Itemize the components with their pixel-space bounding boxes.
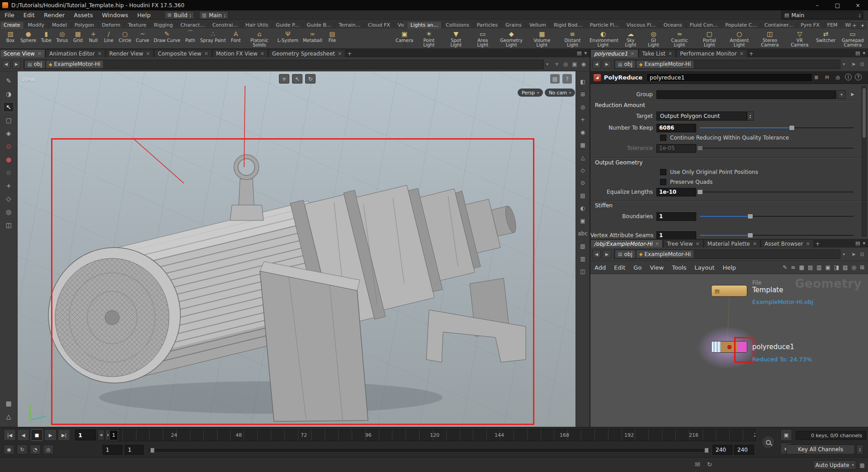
slider-handle[interactable]	[697, 189, 703, 195]
shelf-tab[interactable]: Particles	[473, 21, 501, 28]
node-help-icon[interactable]: ?	[855, 74, 862, 80]
folder-view-icon[interactable]: ▣	[825, 264, 830, 271]
close-tab-icon[interactable]: ×	[740, 51, 744, 56]
shelf-tab[interactable]: Rigid Bod...	[550, 21, 586, 28]
camera-lock-icon[interactable]: ▣	[572, 61, 577, 67]
menu-item[interactable]: Help	[133, 10, 156, 20]
breadcrumb-obj[interactable]: ▤obj	[615, 250, 635, 258]
anim-options-icon[interactable]: ◉	[4, 444, 14, 454]
breadcrumb-node[interactable]: ◆ExampleMotor-Hi	[46, 61, 103, 68]
pane-tab[interactable]: /obj/ExampleMotor-Hi×	[590, 239, 663, 248]
pane-tab[interactable]: Asset Browser×	[761, 239, 813, 248]
shelf-tab[interactable]: Guide P...	[272, 21, 302, 28]
shelf-tool-button[interactable]: ● Sphere	[18, 29, 38, 48]
group-input[interactable]	[656, 90, 836, 99]
pane-tab[interactable]: Composite View×	[154, 49, 212, 57]
slider-handle[interactable]	[747, 233, 753, 238]
target-dropdown[interactable]: Output Polygon Count	[656, 112, 747, 121]
columns-view-icon[interactable]: ▥	[578, 255, 587, 262]
global-end-field[interactable]: 240	[734, 445, 754, 455]
param-search-icon[interactable]: ◎	[834, 74, 842, 81]
brush-tool-icon[interactable]: ◑	[3, 89, 14, 99]
scene-viewport[interactable]: View +↖↻ ▤? Persp▾ No cam▾	[18, 71, 576, 427]
shelf-tab[interactable]: Particle Fl...	[586, 21, 623, 28]
pane-layout-icon[interactable]: ▤	[550, 74, 560, 84]
shelf-tab[interactable]: Wires	[841, 21, 851, 28]
network-menu-item[interactable]: View	[646, 264, 668, 271]
presets-icon[interactable]: ≣	[812, 74, 820, 81]
path-field[interactable]: ▤obj ◆ExampleMotor-Hi	[614, 60, 840, 69]
play-forward-icon[interactable]: ▶	[44, 429, 57, 441]
grid-view-icon[interactable]: ▦	[799, 264, 804, 271]
pivot-tool-icon[interactable]: ⊙	[3, 141, 14, 151]
playback-range-bar[interactable]	[149, 449, 710, 452]
shelf-tab[interactable]: FEM	[824, 21, 841, 28]
viewport-help-icon[interactable]: ?	[562, 74, 572, 84]
shelf-tool-button[interactable]: Ψ L-System	[275, 29, 301, 48]
network-menu-item[interactable]: Help	[718, 264, 740, 271]
gallery-view-icon[interactable]: ▤	[808, 264, 813, 271]
close-tab-icon[interactable]: ×	[260, 51, 264, 56]
frame-view-icon[interactable]: +	[578, 116, 587, 123]
pane-tab[interactable]: Material Palette×	[704, 239, 760, 248]
loop-mode-icon[interactable]: ↻	[17, 444, 28, 454]
select-handle-icon[interactable]: ↖	[292, 74, 302, 84]
range-end-handle[interactable]	[704, 448, 709, 453]
back-icon[interactable]: ◀	[592, 60, 601, 69]
tolerance-field[interactable]: 1e-05	[656, 144, 696, 153]
menu-item[interactable]: Render	[39, 10, 69, 20]
camera-view-icon[interactable]: ◉	[578, 128, 587, 136]
timeline-ruler[interactable]: 1 244872961201441681922162	[108, 429, 756, 441]
slider-handle[interactable]	[789, 125, 795, 131]
pane-dropdown-icon[interactable]: ▾	[584, 50, 587, 56]
shelf-tab[interactable]: Grains	[502, 21, 525, 28]
cplane-tool-icon[interactable]: △	[3, 411, 14, 421]
shelf-tab[interactable]: Polygon	[71, 21, 98, 28]
orbit-icon[interactable]: ◎	[563, 61, 568, 67]
character-tool-icon[interactable]: +	[3, 181, 14, 191]
breadcrumb-node[interactable]: ◆ExampleMotor-Hi	[637, 250, 693, 258]
close-tab-icon[interactable]: ×	[204, 51, 208, 56]
slider-handle[interactable]	[747, 214, 753, 219]
pin-icon[interactable]: ⊙	[860, 251, 864, 257]
target-spinner-icon[interactable]: ▴▾	[747, 112, 754, 121]
section-output-geometry[interactable]: Output Geometry	[595, 159, 642, 166]
vertex-seams-field[interactable]: 1	[656, 231, 696, 239]
pane-tab[interactable]: Geometry Spreadsheet×	[269, 49, 345, 57]
shelf-tab[interactable]: Cloud FX	[364, 21, 394, 28]
forward-icon[interactable]: ▶	[603, 250, 611, 258]
shelf-tab[interactable]: Terrain...	[335, 21, 364, 28]
slider-handle[interactable]	[697, 145, 703, 151]
path-dropdown-icon[interactable]: ▾	[840, 60, 848, 69]
panel-toggle-icon[interactable]: ▤	[578, 192, 587, 199]
shelf-tab[interactable]: Pyro FX	[797, 21, 823, 28]
shelf-tool-button[interactable]: ◎ Torus	[54, 29, 70, 48]
number-to-keep-slider[interactable]	[700, 124, 854, 131]
realtime-toggle-icon[interactable]: ◎	[43, 444, 54, 454]
shelf-tab[interactable]: Texture	[124, 21, 150, 28]
network-menu-item[interactable]: Layout	[690, 264, 718, 271]
snap-toggle-icon[interactable]: ⊙	[578, 179, 587, 187]
original-points-checkbox[interactable]	[660, 169, 666, 175]
close-tab-icon[interactable]: ×	[753, 241, 757, 247]
node-name-field[interactable]: polyreduce1	[646, 73, 812, 82]
shelf-tab[interactable]: Lights an...	[407, 21, 442, 28]
shelf-tool-button[interactable]: ▼ Spot Light	[443, 29, 469, 48]
shelf-tab[interactable]: Charact...	[177, 21, 208, 28]
cursor-icon[interactable]: ➤	[851, 61, 856, 67]
list-view-icon[interactable]: ≡	[791, 264, 795, 271]
link-icon[interactable]: ◉	[581, 61, 586, 67]
notes-icon[interactable]: ▧	[843, 264, 848, 271]
hand-tool-icon[interactable]: ◇	[3, 194, 14, 204]
shelf-tab[interactable]: Guide B...	[303, 21, 335, 28]
shelf-tab[interactable]: Fluid Con...	[686, 21, 722, 28]
wire-toggle-icon[interactable]: ▣	[578, 217, 587, 224]
network-menu-item[interactable]: Go	[629, 264, 646, 271]
file-node[interactable]: ▤	[711, 285, 747, 297]
path-field[interactable]: ▤obj ◆ExampleMotor-Hi	[24, 60, 544, 69]
back-icon[interactable]: ◀	[2, 60, 10, 69]
shelf-tool-button[interactable]: ◫ Stereo Camera	[755, 29, 785, 48]
number-to-keep-field[interactable]: 6086	[656, 124, 696, 132]
shelf-tool-button[interactable]: ▮ Tube	[38, 29, 54, 48]
pane-menu-icon[interactable]: ▤	[855, 50, 860, 56]
